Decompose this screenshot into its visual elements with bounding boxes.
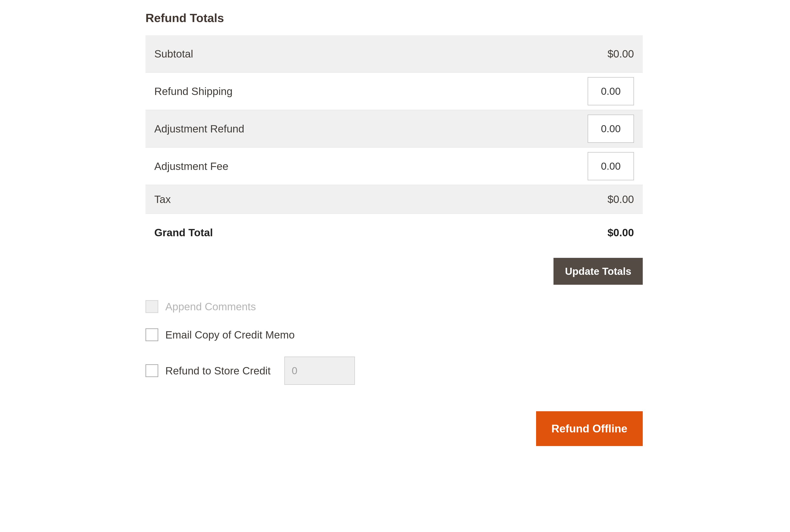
adjustment-refund-input[interactable] (588, 115, 634, 143)
subtotal-label: Subtotal (154, 48, 193, 60)
email-copy-checkbox[interactable] (146, 328, 158, 341)
subtotal-value: $0.00 (607, 48, 634, 60)
panel-heading: Refund Totals (146, 11, 643, 25)
subtotal-row: Subtotal $0.00 (146, 35, 643, 73)
tax-value: $0.00 (607, 193, 634, 205)
tax-row: Tax $0.00 (146, 185, 643, 214)
refund-store-credit-label: Refund to Store Credit (165, 365, 271, 377)
adjustment-fee-label: Adjustment Fee (154, 160, 228, 172)
update-totals-button[interactable]: Update Totals (553, 258, 643, 285)
adjustment-refund-row: Adjustment Refund (146, 110, 643, 148)
refund-store-credit-option[interactable]: Refund to Store Credit (146, 357, 643, 385)
adjustment-refund-label: Adjustment Refund (154, 123, 244, 135)
refund-offline-button[interactable]: Refund Offline (536, 411, 643, 446)
append-comments-checkbox (146, 300, 158, 313)
grand-total-row: Grand Total $0.00 (146, 214, 643, 251)
append-comments-option: Append Comments (146, 300, 643, 313)
refund-shipping-label: Refund Shipping (154, 85, 232, 97)
refund-options: Append Comments Email Copy of Credit Mem… (146, 300, 643, 385)
refund-store-credit-input (284, 357, 355, 385)
email-copy-option[interactable]: Email Copy of Credit Memo (146, 328, 643, 341)
append-comments-label: Append Comments (165, 301, 256, 313)
refund-shipping-input[interactable] (588, 77, 634, 105)
tax-label: Tax (154, 193, 171, 205)
email-copy-label: Email Copy of Credit Memo (165, 329, 295, 341)
refund-totals-panel: Refund Totals Subtotal $0.00 Refund Ship… (146, 11, 643, 446)
grand-total-value: $0.00 (607, 227, 634, 239)
refund-store-credit-checkbox[interactable] (146, 364, 158, 377)
refund-shipping-row: Refund Shipping (146, 73, 643, 110)
adjustment-fee-row: Adjustment Fee (146, 148, 643, 185)
grand-total-label: Grand Total (154, 227, 213, 239)
adjustment-fee-input[interactable] (588, 152, 634, 180)
